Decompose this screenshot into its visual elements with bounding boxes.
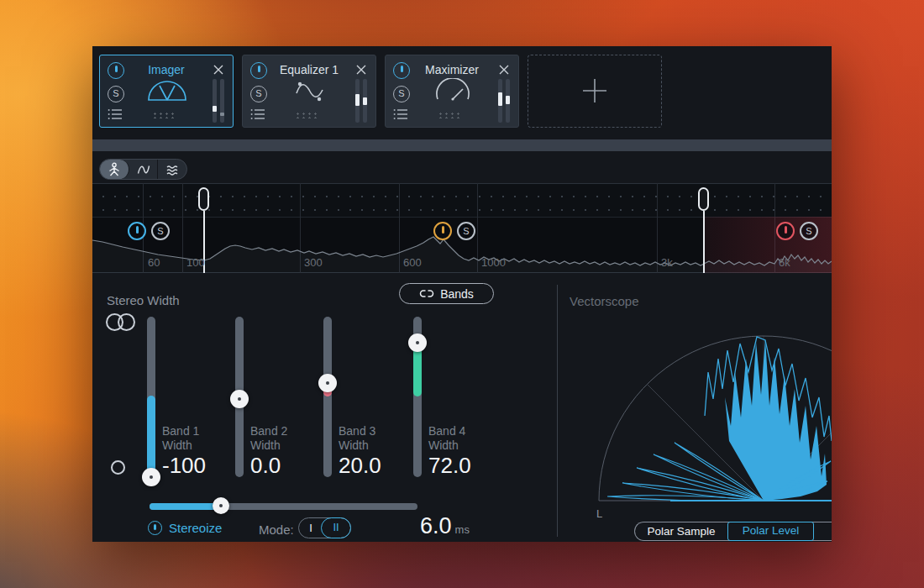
band3-width-slider[interactable] [323, 317, 332, 477]
module-card-equalizer[interactable]: Equalizer 1 S [242, 55, 376, 128]
band3-label: Band 3Width [339, 424, 375, 453]
freq-label: 3k [661, 256, 673, 269]
band3-value[interactable]: 20.0 [339, 453, 381, 479]
close-icon[interactable] [496, 62, 512, 77]
stereoize-fill [150, 503, 221, 510]
desktop-wallpaper: Imager S Equalizer 1 S [0, 0, 924, 588]
vectorscope-view-switch: Polar Sample Polar Level [634, 522, 832, 541]
mode-option-2[interactable]: II [321, 517, 351, 538]
preset-list-icon[interactable] [108, 108, 123, 123]
band1-width-slider[interactable] [147, 317, 155, 477]
freq-label: 6k [779, 256, 790, 269]
mono-toggle[interactable] [111, 460, 125, 475]
freq-label: 600 [403, 256, 422, 269]
band1-fill [147, 396, 155, 477]
crossover-handle[interactable] [698, 187, 709, 211]
drag-grip-icon[interactable] [294, 111, 317, 118]
band4-label: Band 4Width [428, 424, 465, 453]
mode-toggle: I II [298, 517, 351, 538]
band1-power-icon[interactable] [128, 222, 146, 240]
band2-slider-handle[interactable] [230, 390, 249, 408]
band3-slider-handle[interactable] [318, 374, 337, 392]
drag-grip-icon[interactable] [437, 111, 459, 118]
preset-list-icon[interactable] [393, 108, 408, 123]
imager-module-icon [138, 78, 197, 105]
chain-scroll-lane[interactable] [92, 139, 832, 151]
module-meters [213, 79, 224, 123]
mode-label: Mode: [259, 522, 294, 537]
freq-label: 1000 [481, 256, 506, 269]
module-meters [355, 79, 367, 123]
drag-grip-icon[interactable] [151, 111, 174, 118]
tab-multiwave[interactable] [158, 160, 186, 179]
sine-icon [136, 162, 151, 177]
band1-label: Band 1Width [162, 424, 199, 453]
crossover-handle[interactable] [198, 187, 209, 211]
band4-value[interactable]: 72.0 [428, 453, 471, 479]
stereo-link-toggle[interactable] [106, 313, 135, 331]
plus-icon [528, 55, 661, 126]
band4-slider-handle[interactable] [408, 333, 427, 352]
bands-link-button[interactable]: Bands [399, 283, 494, 304]
circle-icon [118, 313, 135, 331]
solo-icon[interactable]: S [250, 86, 267, 102]
close-icon[interactable] [354, 62, 369, 77]
stereoize-amount-slider[interactable] [150, 503, 417, 510]
panel-title: Stereo Width [107, 293, 180, 307]
band2-power-icon[interactable] [433, 222, 452, 240]
stereoize-label: Stereoize [169, 521, 222, 535]
band1-value[interactable]: -100 [162, 453, 206, 479]
band2-solo-icon[interactable]: S [457, 222, 475, 240]
waves-icon [165, 162, 180, 177]
module-card-maximizer[interactable]: Maximizer S [385, 55, 519, 128]
module-card-imager[interactable]: Imager S [99, 55, 234, 128]
freq-label: 60 [148, 256, 160, 269]
band2-value[interactable]: 0.0 [250, 453, 281, 479]
stereoize-power-icon[interactable] [148, 521, 162, 535]
stereoize-slider-handle[interactable] [213, 497, 229, 514]
mode-option-1[interactable]: I [299, 518, 323, 538]
maximizer-module-icon [423, 78, 482, 105]
equalizer-module-icon [281, 78, 339, 105]
preset-list-icon[interactable] [250, 108, 265, 123]
tab-stereo-image[interactable] [100, 160, 129, 179]
tab-waveform[interactable] [129, 160, 159, 179]
solo-icon[interactable]: S [393, 86, 410, 102]
figure-icon [107, 162, 122, 177]
close-icon[interactable] [211, 62, 226, 77]
polar-sample-button[interactable]: Polar Sample [635, 522, 727, 540]
view-mode-toolbar [99, 159, 187, 180]
link-icon [419, 289, 434, 298]
freq-label: 100 [186, 256, 205, 269]
bands-button-label: Bands [440, 287, 474, 301]
band1-slider-handle[interactable] [142, 468, 160, 486]
solo-icon[interactable]: S [108, 86, 124, 102]
vectorscope-display [557, 281, 832, 542]
band2-label: Band 2Width [250, 424, 287, 453]
crossover-line [703, 211, 705, 273]
stereoize-toggle[interactable]: Stereoize [148, 521, 222, 535]
band3-solo-icon[interactable]: S [800, 222, 818, 240]
band1-solo-icon[interactable]: S [151, 222, 170, 240]
delay-readout[interactable]: 6.0ms [420, 513, 470, 539]
freq-label: 300 [304, 256, 323, 269]
add-module-button[interactable] [528, 55, 662, 128]
module-meters [498, 79, 510, 123]
band3-power-icon[interactable] [776, 222, 795, 240]
plugin-window: Imager S Equalizer 1 S [92, 46, 832, 542]
polar-level-button[interactable]: Polar Level [727, 522, 814, 541]
left-channel-label: L [596, 507, 602, 520]
